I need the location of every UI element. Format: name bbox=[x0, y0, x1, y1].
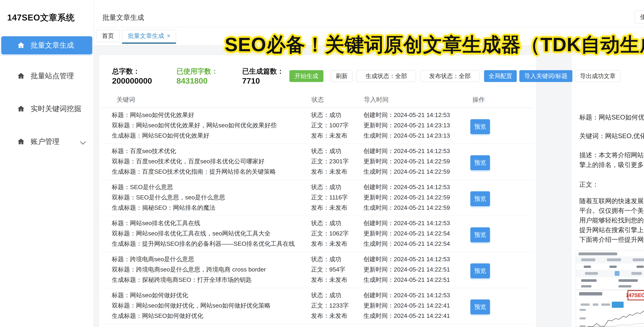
redacted-text-bar bbox=[607, 258, 621, 261]
row-double-title: 双标题：网站seo如何优化效果好，网站seo如何优化效果好些 bbox=[112, 121, 277, 129]
tab-home[interactable]: 首页 bbox=[96, 30, 120, 42]
sidebar-item-label: 批量文章生成 bbox=[31, 40, 74, 50]
preview-button[interactable]: 预览 bbox=[470, 227, 490, 242]
row-generated-title: 生成标题：网站SEO如何做好优化 bbox=[112, 312, 203, 320]
home-icon bbox=[17, 72, 25, 80]
table-row: 标题：百度seo技术优化双标题：百度seo技术优化，百度seo排名优化公司哪家好… bbox=[102, 145, 534, 180]
column-header-import-time: 导入时间 bbox=[364, 95, 388, 104]
generated-count-label: 已生成篇数： bbox=[242, 67, 284, 76]
trend-line-chart bbox=[588, 307, 644, 327]
axis-tick-bar bbox=[580, 325, 586, 327]
redacted-text-bar bbox=[593, 304, 598, 306]
row-title: 标题：跨境电商seo是什么意思 bbox=[112, 255, 194, 263]
sidebar-item-realtime-keyword-mining[interactable]: 实时关键词挖掘 bbox=[0, 101, 94, 116]
sidebar-item-label: 账户管理 bbox=[31, 137, 60, 146]
case-screenshot-image: 147SEO官网案例，收录和排名稳定上升！ www.365jz.com bbox=[576, 250, 644, 327]
preview-button[interactable]: 预览 bbox=[470, 263, 490, 278]
row-created-time: 创建时间：2024-05-21 14:12:53 bbox=[364, 255, 450, 263]
embedded-button bbox=[612, 302, 624, 308]
column-header-actions: 操作 bbox=[472, 95, 485, 104]
axis-tick-bar bbox=[580, 309, 586, 311]
row-generated-time: 生成时间：2024-05-21 14:22:41 bbox=[364, 312, 450, 320]
redacted-text-bar bbox=[633, 258, 644, 261]
breadcrumb: 批量文章生成 bbox=[102, 13, 144, 22]
row-double-title: 双标题：百度seo技术优化，百度seo排名优化公司哪家好 bbox=[112, 157, 264, 165]
import-keywords-button[interactable]: 导入关键词/标题 bbox=[519, 70, 572, 82]
table-row: 标题：网站seo如何做好优化双标题：网站seo如何做好优化，网站seo如何做好优… bbox=[102, 290, 534, 324]
row-status: 状态：成功 bbox=[311, 291, 341, 299]
top-bar bbox=[94, 0, 644, 27]
row-status: 状态：成功 bbox=[311, 219, 341, 227]
row-generated-title: 生成标题：揭秘SEO：网站排名的魔法 bbox=[112, 204, 215, 212]
table-row: 标题：跨境电商seo是什么意思双标题：跨境电商seo是什么意思，跨境电商 cro… bbox=[102, 253, 534, 288]
preview-keywords: 关键词：网站SEO,优化效果,搜索引擎排名,流量,用户 bbox=[579, 132, 644, 140]
sidebar-item-batch-article-generation[interactable]: 批量文章生成 bbox=[1, 36, 92, 54]
row-title: 标题：网站seo如何优化效果好 bbox=[112, 111, 194, 119]
publish-status-dropdown[interactable]: 发布状态：全部 bbox=[420, 70, 480, 82]
redacted-text-bar bbox=[636, 266, 644, 268]
row-publish-status: 发布：未发布 bbox=[311, 168, 347, 176]
promo-overlay-title: SEO必备！关键词原创文章生成器（TDK自动生成） bbox=[225, 32, 644, 58]
row-generated-title: 生成标题：提升网站SEO排名的必备利器——SEO排名优化工具在线 bbox=[112, 240, 295, 248]
row-created-time: 创建时间：2024-05-21 14:12:53 bbox=[364, 219, 450, 227]
export-success-button[interactable]: 导出成功文章 bbox=[575, 70, 620, 82]
used-words-value: 8431800 bbox=[176, 76, 208, 85]
sidebar-item-batch-site-management[interactable]: 批量站点管理 bbox=[0, 68, 94, 84]
column-header-status: 状态 bbox=[312, 95, 324, 104]
table-row: 标题：网站seo如何优化效果好双标题：网站seo如何优化效果好，网站seo如何优… bbox=[102, 109, 534, 144]
row-publish-status: 发布：未发布 bbox=[311, 240, 347, 248]
refresh-button[interactable]: 刷新 bbox=[331, 70, 352, 82]
row-created-time: 创建时间：2024-05-21 14:12:53 bbox=[364, 183, 450, 191]
row-generated-title: 生成标题：网站SEO如何优化效果好 bbox=[112, 132, 209, 140]
row-generated-time: 生成时间：2024-05-21 14:22:59 bbox=[364, 168, 450, 176]
row-updated-time: 更新时间：2024-05-21 14:23:13 bbox=[364, 121, 450, 129]
row-created-time: 创建时间：2024-05-21 14:12:53 bbox=[364, 291, 450, 299]
preview-button[interactable]: 预览 bbox=[470, 155, 490, 170]
table-row: 标题：SEO是什么意思双标题：SEO是什么意思，seo是什么意思生成标题：揭秘S… bbox=[102, 181, 534, 216]
row-title: 标题：网站seo如何做好优化 bbox=[112, 291, 188, 299]
row-double-title: 双标题：SEO是什么意思，seo是什么意思 bbox=[112, 193, 225, 202]
row-word-count: 正文：2301字 bbox=[311, 157, 349, 165]
redacted-text-bar bbox=[578, 253, 617, 255]
row-title: 标题：百度seo技术优化 bbox=[112, 147, 176, 155]
row-updated-time: 更新时间：2024-05-21 14:22:51 bbox=[364, 266, 450, 274]
row-generated-time: 生成时间：2024-05-21 14:22:51 bbox=[364, 276, 450, 284]
preview-button[interactable]: 预览 bbox=[470, 191, 490, 206]
total-words-value: 200000000 bbox=[112, 76, 152, 85]
redacted-text-bar bbox=[581, 279, 596, 282]
row-status: 状态：成功 bbox=[311, 147, 341, 155]
row-double-title: 双标题：跨境电商seo是什么意思，跨境电商 cross border bbox=[112, 266, 266, 274]
home-icon bbox=[17, 105, 25, 113]
sidebar-item-label: 批量站点管理 bbox=[31, 71, 74, 81]
preview-title: 标题：网站SEO如何优化效果好 bbox=[579, 113, 644, 122]
preview-button[interactable]: 预览 bbox=[470, 300, 490, 314]
column-header-keyword: 关键词 bbox=[116, 95, 135, 104]
tab-batch-article-generation[interactable]: 批量文章生成 × bbox=[122, 30, 176, 42]
row-updated-time: 更新时间：2024-05-21 14:22:41 bbox=[364, 302, 450, 310]
tab-label: 首页 bbox=[102, 32, 114, 40]
row-word-count: 正文：1062字 bbox=[311, 229, 349, 238]
row-status: 状态：成功 bbox=[311, 183, 341, 191]
tab-label: 批量文章生成 bbox=[128, 32, 164, 40]
row-title: 标题：网站seo排名优化工具在线 bbox=[112, 219, 200, 227]
preview-button[interactable]: 预览 bbox=[470, 119, 490, 134]
used-words-label: 已使用字数： bbox=[176, 67, 218, 76]
tutorial-button[interactable]: 使用教程 bbox=[635, 10, 644, 23]
row-word-count: 正文：1233字 bbox=[311, 302, 349, 310]
start-generate-button[interactable]: 开始生成 bbox=[290, 70, 324, 82]
row-word-count: 正文：1116字 bbox=[311, 193, 348, 202]
row-generated-time: 生成时间：2024-05-21 14:23:13 bbox=[364, 132, 450, 140]
close-icon[interactable]: × bbox=[167, 32, 170, 39]
preview-body-label: 正文： bbox=[579, 180, 599, 189]
sidebar-item-account-management[interactable]: 账户管理 bbox=[0, 134, 94, 149]
global-config-button[interactable]: 全局配置 bbox=[484, 70, 517, 82]
home-icon bbox=[17, 138, 25, 146]
home-icon bbox=[17, 41, 25, 49]
row-status: 状态：成功 bbox=[311, 255, 341, 263]
row-word-count: 正文：1007字 bbox=[311, 121, 349, 129]
chart-icon bbox=[615, 271, 620, 276]
case-stamp-annotation: 147SEO官网案例，收录和排名稳定上升！ bbox=[628, 290, 644, 300]
generate-status-dropdown[interactable]: 生成状态：全部 bbox=[356, 70, 416, 82]
table-header-divider bbox=[102, 108, 534, 108]
row-publish-status: 发布：未发布 bbox=[311, 312, 347, 320]
